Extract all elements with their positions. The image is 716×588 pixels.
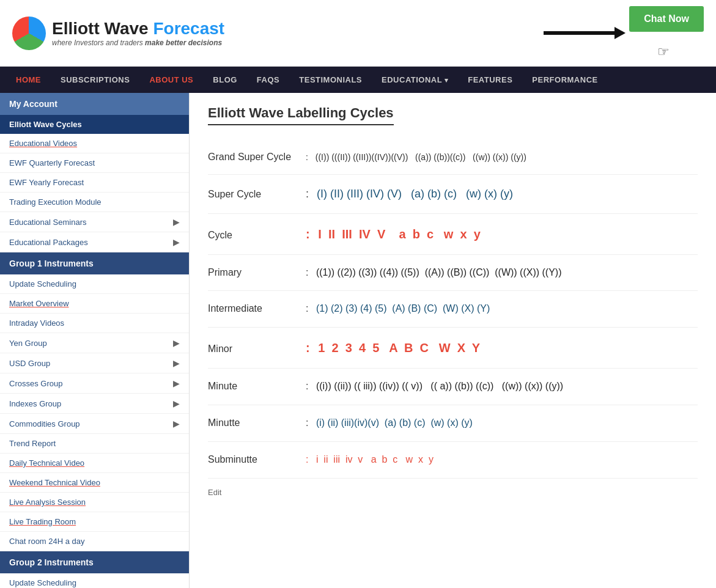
cycle-row-intermediate: Intermediate : (1) (2) (3) (4) (5) (A) (… bbox=[208, 291, 698, 328]
logo-icon bbox=[12, 17, 46, 50]
colon: : bbox=[306, 454, 308, 465]
arrow-icon: ▶ bbox=[173, 237, 180, 247]
cycle-label-minute: Minute bbox=[208, 381, 306, 392]
cycle-row-minor: Minor : 1 2 3 4 5 A B C W X Y bbox=[208, 328, 698, 369]
cycle-label-grand-super: Grand Super Cycle bbox=[208, 152, 306, 163]
sidebar-item-trading-execution[interactable]: Trading Execution Module bbox=[0, 193, 189, 212]
sidebar-my-account: My Account bbox=[0, 93, 189, 115]
sidebar-item-market-overview-1[interactable]: Market Overview bbox=[0, 294, 189, 314]
cycle-values-minute: : ((i)) ((ii)) (( iii)) ((iv)) (( v)) ((… bbox=[306, 378, 698, 395]
content-area: Elliott Wave Labelling Cycles Grand Supe… bbox=[190, 93, 716, 588]
nav-about-us[interactable]: ABOUT US bbox=[139, 67, 203, 93]
cycle-values-intermediate: : (1) (2) (3) (4) (5) (A) (B) (C) (W) (X… bbox=[306, 300, 698, 318]
colon: : bbox=[306, 381, 308, 391]
cycle-row-super: Super Cycle : (I) (II) (III) (IV) (V) (a… bbox=[208, 175, 698, 213]
cycle-label-minor: Minor bbox=[208, 344, 306, 355]
sidebar-item-chat-room[interactable]: Chat room 24H a day bbox=[0, 532, 189, 551]
colon: : bbox=[306, 417, 308, 428]
header-right: Chat Now ☞ bbox=[544, 6, 704, 60]
sidebar-item-usd-group[interactable]: USD Group ▶ bbox=[0, 353, 189, 373]
sidebar-item-commodities-group[interactable]: Commodities Group ▶ bbox=[0, 414, 189, 434]
cycle-label-minutte: Minutte bbox=[208, 417, 306, 428]
arrow-icon: ▶ bbox=[173, 358, 180, 368]
page-title: Elliott Wave Labelling Cycles bbox=[208, 105, 394, 125]
cycle-label-super: Super Cycle bbox=[208, 189, 306, 200]
nav-testimonials[interactable]: TESTIMONIALS bbox=[289, 67, 372, 93]
nav-subscriptions[interactable]: SUBSCRIPTIONS bbox=[51, 67, 139, 93]
sidebar-item-ewf-yearly[interactable]: EWF Yearly Forecast bbox=[0, 173, 189, 193]
cycle-values-primary: : ((1)) ((2)) ((3)) ((4)) ((5)) ((A)) ((… bbox=[306, 264, 698, 282]
sidebar-item-yen-group[interactable]: Yen Group ▶ bbox=[0, 333, 189, 353]
cycle-label-subminutte: Subminutte bbox=[208, 454, 306, 465]
arrow-icon: ▶ bbox=[173, 399, 180, 408]
logo-title: Elliott Wave Forecast bbox=[52, 19, 224, 39]
colon: : bbox=[306, 341, 310, 355]
cycle-row-cycle: Cycle : I II III IV V a b c w x y bbox=[208, 214, 698, 255]
sidebar-item-live-analysis-session[interactable]: Live Analysis Session bbox=[0, 493, 189, 512]
cycle-label-primary: Primary bbox=[208, 267, 306, 278]
cycle-values-super: : (I) (II) (III) (IV) (V) (a) (b) (c) (w… bbox=[306, 184, 698, 204]
cursor-icon: ☞ bbox=[657, 44, 670, 60]
cycle-row-minutte: Minutte : (i) (ii) (iii)(iv)(v) (a) (b) … bbox=[208, 405, 698, 442]
cycle-values-cycle: : I II III IV V a b c w x y bbox=[306, 223, 698, 245]
logo-title-blue: Forecast bbox=[153, 19, 224, 38]
sidebar-item-update-scheduling-2[interactable]: Update Scheduling bbox=[0, 573, 189, 588]
sidebar-item-elliott-wave-cycles[interactable]: Elliott Wave Cycles bbox=[0, 115, 189, 134]
cycle-row-primary: Primary : ((1)) ((2)) ((3)) ((4)) ((5)) … bbox=[208, 255, 698, 292]
colon: : bbox=[306, 303, 308, 314]
sidebar-item-update-scheduling-1[interactable]: Update Scheduling bbox=[0, 274, 189, 294]
arrow-area bbox=[544, 31, 617, 35]
sidebar-item-educational-seminars[interactable]: Educational Seminars ▶ bbox=[0, 212, 189, 232]
sidebar-item-daily-technical-video[interactable]: Daily Technical Video bbox=[0, 454, 189, 473]
logo-text: Elliott Wave Forecast where Investors an… bbox=[52, 19, 224, 47]
sidebar-item-trend-report[interactable]: Trend Report bbox=[0, 434, 189, 454]
arrow-icon: ▶ bbox=[173, 217, 180, 227]
cycle-row-subminutte: Subminutte : i ii iii iv v a b c w x y bbox=[208, 442, 698, 479]
colon: : bbox=[306, 188, 309, 200]
arrow-icon: ▶ bbox=[173, 378, 180, 388]
arrow-icon: ▶ bbox=[173, 338, 180, 348]
nav-educational[interactable]: EDUCATIONAL bbox=[372, 67, 458, 93]
chat-now-button[interactable]: Chat Now bbox=[629, 6, 704, 32]
cycle-label-cycle: Cycle bbox=[208, 230, 306, 241]
nav-home[interactable]: HOME bbox=[6, 67, 51, 93]
sidebar-item-educational-videos[interactable]: Educational Videos bbox=[0, 134, 189, 153]
sidebar-group2-header: Group 2 Instruments bbox=[0, 551, 189, 573]
nav-blog[interactable]: BLOG bbox=[203, 67, 247, 93]
sidebar: My Account Elliott Wave Cycles Education… bbox=[0, 93, 190, 588]
colon: : bbox=[306, 227, 310, 241]
main-layout: My Account Elliott Wave Cycles Education… bbox=[0, 93, 716, 588]
cycle-row-grand-super: Grand Super Cycle : ((I)) (((II)) ((III)… bbox=[208, 141, 698, 175]
colon: : bbox=[306, 267, 308, 277]
arrow-icon: ▶ bbox=[173, 419, 180, 428]
logo-subtitle: where Investors and traders make better … bbox=[52, 39, 224, 47]
header: Elliott Wave Forecast where Investors an… bbox=[0, 0, 716, 67]
cycle-values-minor: : 1 2 3 4 5 A B C W X Y bbox=[306, 337, 698, 359]
sidebar-item-intraday-videos-1[interactable]: Intraday Videos bbox=[0, 314, 189, 333]
cycle-values-subminutte: : i ii iii iv v a b c w x y bbox=[306, 451, 698, 469]
arrow-icon bbox=[544, 31, 617, 35]
sidebar-group1-header: Group 1 Instruments bbox=[0, 252, 189, 274]
sidebar-item-weekend-technical-video[interactable]: Weekend Technical Video bbox=[0, 473, 189, 493]
colon: : bbox=[306, 152, 308, 162]
logo-area: Elliott Wave Forecast where Investors an… bbox=[12, 17, 224, 50]
cycle-label-intermediate: Intermediate bbox=[208, 303, 306, 314]
navbar: HOME SUBSCRIPTIONS ABOUT US BLOG FAQs TE… bbox=[0, 67, 716, 93]
cycle-row-minute: Minute : ((i)) ((ii)) (( iii)) ((iv)) ((… bbox=[208, 369, 698, 405]
cycle-values-grand-super: : ((I)) (((II)) ((III))((IV))((V)) ((a))… bbox=[306, 150, 698, 165]
nav-faqs[interactable]: FAQs bbox=[247, 67, 289, 93]
sidebar-item-crosses-group[interactable]: Crosses Group ▶ bbox=[0, 373, 189, 394]
nav-performance[interactable]: PERFORMANCE bbox=[522, 67, 607, 93]
sidebar-item-live-trading-room[interactable]: Live Trading Room bbox=[0, 512, 189, 532]
sidebar-item-ewf-quarterly[interactable]: EWF Quarterly Forecast bbox=[0, 153, 189, 173]
sidebar-item-educational-packages[interactable]: Educational Packages ▶ bbox=[0, 232, 189, 252]
sidebar-item-indexes-group[interactable]: Indexes Group ▶ bbox=[0, 394, 189, 414]
cycle-values-minutte: : (i) (ii) (iii)(iv)(v) (a) (b) (c) (w) … bbox=[306, 414, 698, 432]
nav-features[interactable]: FEATURES bbox=[458, 67, 522, 93]
edit-link[interactable]: Edit bbox=[208, 488, 698, 497]
